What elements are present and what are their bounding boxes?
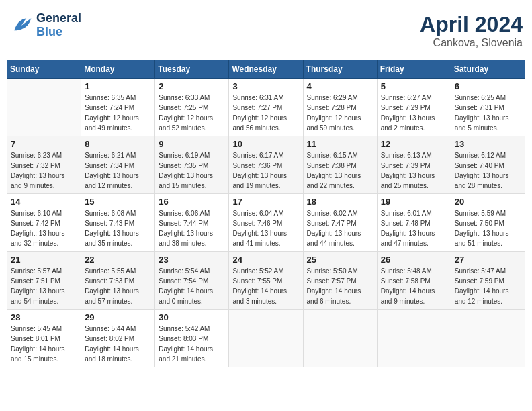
- calendar-cell: 16Sunrise: 6:06 AMSunset: 7:44 PMDayligh…: [155, 194, 229, 252]
- day-number: 8: [85, 139, 151, 149]
- calendar-cell: 17Sunrise: 6:04 AMSunset: 7:46 PMDayligh…: [229, 194, 303, 252]
- day-info: Sunrise: 6:12 AMSunset: 7:40 PMDaylight:…: [455, 150, 521, 191]
- calendar-cell: 5Sunrise: 6:27 AMSunset: 7:29 PMDaylight…: [377, 79, 451, 136]
- day-info: Sunrise: 5:42 AMSunset: 8:03 PMDaylight:…: [159, 324, 225, 364]
- day-number: 29: [85, 312, 151, 322]
- day-number: 15: [85, 197, 151, 207]
- day-number: 2: [159, 81, 225, 91]
- day-number: 4: [307, 81, 373, 91]
- calendar-cell: 13Sunrise: 6:12 AMSunset: 7:40 PMDayligh…: [451, 136, 525, 194]
- logo-text: General Blue: [36, 12, 81, 39]
- day-info: Sunrise: 5:50 AMSunset: 7:57 PMDaylight:…: [307, 266, 373, 306]
- day-info: Sunrise: 5:45 AMSunset: 8:01 PMDaylight:…: [11, 324, 77, 364]
- calendar-cell: 20Sunrise: 5:59 AMSunset: 7:50 PMDayligh…: [451, 194, 525, 252]
- title-area: April 2024 Cankova, Slovenia: [420, 12, 523, 49]
- day-info: Sunrise: 6:35 AMSunset: 7:24 PMDaylight:…: [85, 93, 151, 133]
- calendar-cell: [7, 79, 81, 136]
- day-info: Sunrise: 6:06 AMSunset: 7:44 PMDaylight:…: [159, 208, 225, 248]
- calendar-table: SundayMondayTuesdayWednesdayThursdayFrid…: [7, 60, 525, 367]
- day-info: Sunrise: 6:29 AMSunset: 7:28 PMDaylight:…: [307, 93, 373, 133]
- location-subtitle: Cankova, Slovenia: [420, 37, 523, 49]
- day-info: Sunrise: 6:33 AMSunset: 7:25 PMDaylight:…: [159, 93, 225, 133]
- calendar-week-row: 28Sunrise: 5:45 AMSunset: 8:01 PMDayligh…: [7, 310, 525, 367]
- calendar-cell: 4Sunrise: 6:29 AMSunset: 7:28 PMDaylight…: [303, 79, 377, 136]
- day-info: Sunrise: 5:52 AMSunset: 7:55 PMDaylight:…: [232, 266, 299, 306]
- calendar-week-row: 14Sunrise: 6:10 AMSunset: 7:42 PMDayligh…: [7, 194, 525, 252]
- calendar-cell: 1Sunrise: 6:35 AMSunset: 7:24 PMDaylight…: [81, 79, 155, 136]
- calendar-cell: 10Sunrise: 6:17 AMSunset: 7:36 PMDayligh…: [229, 136, 303, 194]
- day-info: Sunrise: 6:10 AMSunset: 7:42 PMDaylight:…: [11, 208, 77, 248]
- weekday-header: Sunday: [7, 60, 81, 79]
- day-info: Sunrise: 6:13 AMSunset: 7:39 PMDaylight:…: [381, 150, 447, 191]
- calendar-cell: 2Sunrise: 6:33 AMSunset: 7:25 PMDaylight…: [155, 79, 229, 136]
- logo: General Blue: [9, 12, 81, 39]
- day-number: 10: [232, 139, 299, 149]
- day-number: 24: [232, 255, 299, 265]
- day-number: 23: [159, 255, 225, 265]
- day-number: 18: [307, 197, 373, 207]
- calendar-cell: 15Sunrise: 6:08 AMSunset: 7:43 PMDayligh…: [81, 194, 155, 252]
- day-number: 11: [307, 139, 373, 149]
- weekday-header: Friday: [377, 60, 451, 79]
- calendar-cell: [229, 310, 303, 367]
- weekday-header-row: SundayMondayTuesdayWednesdayThursdayFrid…: [7, 60, 525, 79]
- calendar-cell: 27Sunrise: 5:47 AMSunset: 7:59 PMDayligh…: [451, 252, 525, 310]
- calendar-cell: 6Sunrise: 6:25 AMSunset: 7:31 PMDaylight…: [451, 79, 525, 136]
- day-number: 22: [85, 255, 151, 265]
- calendar-week-row: 7Sunrise: 6:23 AMSunset: 7:32 PMDaylight…: [7, 136, 525, 194]
- day-number: 30: [159, 312, 225, 322]
- calendar-cell: 19Sunrise: 6:01 AMSunset: 7:48 PMDayligh…: [377, 194, 451, 252]
- calendar-cell: 9Sunrise: 6:19 AMSunset: 7:35 PMDaylight…: [155, 136, 229, 194]
- day-number: 7: [11, 139, 77, 149]
- page-header: General Blue April 2024 Cankova, Sloveni…: [7, 7, 525, 54]
- day-info: Sunrise: 6:15 AMSunset: 7:38 PMDaylight:…: [307, 150, 373, 191]
- day-info: Sunrise: 6:21 AMSunset: 7:34 PMDaylight:…: [85, 150, 151, 191]
- calendar-cell: 12Sunrise: 6:13 AMSunset: 7:39 PMDayligh…: [377, 136, 451, 194]
- day-number: 6: [455, 81, 521, 91]
- day-number: 17: [232, 197, 299, 207]
- day-info: Sunrise: 5:47 AMSunset: 7:59 PMDaylight:…: [455, 266, 521, 306]
- logo-general: General: [36, 12, 81, 26]
- day-number: 9: [159, 139, 225, 149]
- calendar-cell: 18Sunrise: 6:02 AMSunset: 7:47 PMDayligh…: [303, 194, 377, 252]
- day-number: 12: [381, 139, 447, 149]
- calendar-cell: 11Sunrise: 6:15 AMSunset: 7:38 PMDayligh…: [303, 136, 377, 194]
- calendar-cell: 24Sunrise: 5:52 AMSunset: 7:55 PMDayligh…: [229, 252, 303, 310]
- day-info: Sunrise: 5:57 AMSunset: 7:51 PMDaylight:…: [11, 266, 77, 306]
- day-number: 13: [455, 139, 521, 149]
- calendar-cell: [377, 310, 451, 367]
- calendar-week-row: 21Sunrise: 5:57 AMSunset: 7:51 PMDayligh…: [7, 252, 525, 310]
- weekday-header: Monday: [81, 60, 155, 79]
- month-title: April 2024: [420, 12, 523, 37]
- day-number: 28: [11, 312, 77, 322]
- weekday-header: Tuesday: [155, 60, 229, 79]
- day-info: Sunrise: 6:08 AMSunset: 7:43 PMDaylight:…: [85, 208, 151, 248]
- calendar-cell: 26Sunrise: 5:48 AMSunset: 7:58 PMDayligh…: [377, 252, 451, 310]
- logo-blue: Blue: [36, 26, 81, 39]
- calendar-cell: 14Sunrise: 6:10 AMSunset: 7:42 PMDayligh…: [7, 194, 81, 252]
- day-number: 25: [307, 255, 373, 265]
- day-number: 1: [85, 81, 151, 91]
- calendar-cell: [303, 310, 377, 367]
- day-number: 5: [381, 81, 447, 91]
- day-info: Sunrise: 6:23 AMSunset: 7:32 PMDaylight:…: [11, 150, 77, 191]
- calendar-cell: 3Sunrise: 6:31 AMSunset: 7:27 PMDaylight…: [229, 79, 303, 136]
- day-number: 20: [455, 197, 521, 207]
- calendar-week-row: 1Sunrise: 6:35 AMSunset: 7:24 PMDaylight…: [7, 79, 525, 136]
- logo-bird-icon: [9, 13, 34, 38]
- day-info: Sunrise: 5:55 AMSunset: 7:53 PMDaylight:…: [85, 266, 151, 306]
- calendar-cell: 25Sunrise: 5:50 AMSunset: 7:57 PMDayligh…: [303, 252, 377, 310]
- day-info: Sunrise: 6:17 AMSunset: 7:36 PMDaylight:…: [232, 150, 299, 191]
- day-info: Sunrise: 6:31 AMSunset: 7:27 PMDaylight:…: [232, 93, 299, 133]
- calendar-cell: 30Sunrise: 5:42 AMSunset: 8:03 PMDayligh…: [155, 310, 229, 367]
- calendar-cell: 7Sunrise: 6:23 AMSunset: 7:32 PMDaylight…: [7, 136, 81, 194]
- weekday-header: Wednesday: [229, 60, 303, 79]
- day-info: Sunrise: 6:04 AMSunset: 7:46 PMDaylight:…: [232, 208, 299, 248]
- day-number: 14: [11, 197, 77, 207]
- day-info: Sunrise: 5:59 AMSunset: 7:50 PMDaylight:…: [455, 208, 521, 248]
- day-info: Sunrise: 5:54 AMSunset: 7:54 PMDaylight:…: [159, 266, 225, 306]
- day-info: Sunrise: 6:19 AMSunset: 7:35 PMDaylight:…: [159, 150, 225, 191]
- calendar-cell: [451, 310, 525, 367]
- day-info: Sunrise: 6:25 AMSunset: 7:31 PMDaylight:…: [455, 93, 521, 133]
- day-number: 16: [159, 197, 225, 207]
